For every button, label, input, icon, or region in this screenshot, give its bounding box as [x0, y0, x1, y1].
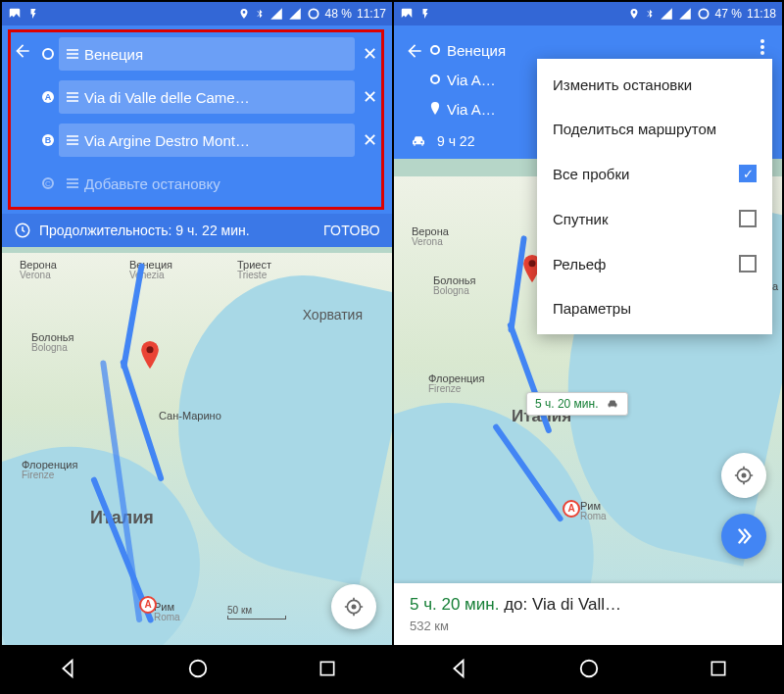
- mode-duration: 9 ч 22: [437, 133, 474, 149]
- svg-rect-3: [67, 53, 78, 55]
- stop-dot-a-icon: A: [37, 90, 59, 104]
- clock-icon: [14, 222, 31, 239]
- drag-handle-icon[interactable]: [67, 92, 78, 102]
- svg-rect-7: [67, 92, 78, 94]
- status-bar: 47 % 11:18: [394, 2, 782, 25]
- my-location-button[interactable]: [331, 584, 376, 629]
- image-icon: [8, 7, 22, 21]
- stop-row-b: B Via Argine Destro Mont… ✕: [37, 122, 384, 159]
- back-button[interactable]: [8, 35, 37, 61]
- drag-handle-icon: [67, 178, 78, 188]
- city-verona: ВеронаVerona: [412, 225, 449, 247]
- location-icon: [238, 7, 250, 21]
- car-icon[interactable]: [410, 133, 427, 149]
- signal-icon: [270, 7, 283, 21]
- menu-terrain-toggle[interactable]: Рельеф: [537, 241, 772, 286]
- done-button[interactable]: ГОТОВО: [323, 223, 380, 238]
- route-distance: 532 км: [410, 619, 766, 633]
- drag-handle-icon[interactable]: [67, 49, 78, 59]
- route-dest: до: Via di Vall…: [499, 595, 621, 614]
- svg-point-28: [699, 9, 708, 18]
- city-roma: РимRoma: [580, 500, 607, 521]
- map-scale: 50 км: [227, 605, 286, 620]
- overflow-menu: Изменить остановки Поделиться маршрутом …: [537, 59, 772, 334]
- clear-stop-button[interactable]: ✕: [355, 86, 384, 108]
- back-button[interactable]: [400, 35, 429, 124]
- svg-rect-2: [67, 49, 78, 51]
- country-croatia: Хорватия: [303, 307, 363, 322]
- stop-label: Via A…: [447, 72, 496, 88]
- svg-point-26: [190, 661, 207, 677]
- map-pin-a-icon[interactable]: A: [563, 500, 584, 529]
- signal-icon: [678, 7, 692, 21]
- svg-rect-40: [711, 662, 724, 674]
- stop-label: Via A…: [447, 101, 496, 118]
- menu-satellite-toggle[interactable]: Спутник: [537, 196, 772, 241]
- map-pin-icon[interactable]: [139, 341, 161, 371]
- svg-point-31: [760, 39, 764, 43]
- duration-bar: Продолжительность: 9 ч. 22 мин. ГОТОВО: [2, 214, 392, 247]
- route-time-bubble[interactable]: 5 ч. 20 мин.: [526, 392, 628, 416]
- svg-rect-8: [67, 96, 78, 98]
- menu-traffic-toggle[interactable]: Все пробки: [537, 151, 772, 196]
- menu-settings[interactable]: Параметры: [537, 286, 772, 330]
- add-stop-placeholder: Добавьте остановку: [84, 175, 220, 192]
- nav-home-icon[interactable]: [187, 658, 209, 679]
- svg-point-39: [581, 661, 598, 677]
- drag-handle-icon[interactable]: [67, 135, 78, 145]
- city-trieste: ТриестTrieste: [237, 259, 271, 280]
- map-canvas[interactable]: ВеронаVerona ВенецияVenezia ТриестTriest…: [2, 253, 392, 645]
- city-firenze: ФлоренцияFirenze: [428, 372, 484, 394]
- stop-dot-start-icon: [37, 47, 59, 61]
- data-ring-icon: [697, 7, 710, 21]
- checkbox-icon[interactable]: [739, 255, 757, 273]
- location-icon: [628, 7, 640, 21]
- menu-edit-stops[interactable]: Изменить остановки: [537, 63, 772, 107]
- nav-back-icon[interactable]: [57, 658, 78, 679]
- stop-label: Via Argine Destro Mont…: [84, 132, 250, 149]
- stop-dot-icon: [429, 74, 441, 85]
- stop-row-add[interactable]: C Добавьте остановку ✕: [37, 165, 384, 202]
- route-panel: Венеция ✕ A Via di Valle delle Came… ✕: [2, 25, 392, 247]
- stop-input-b[interactable]: Via Argine Destro Mont…: [59, 124, 355, 157]
- map-pin-a-icon[interactable]: A: [139, 596, 161, 625]
- nav-recent-icon[interactable]: [709, 659, 728, 678]
- my-location-button[interactable]: [721, 453, 766, 498]
- stop-dot-icon: [429, 44, 441, 56]
- clear-stop-button[interactable]: ✕: [355, 43, 384, 65]
- car-icon: [606, 398, 619, 410]
- route-summary-card[interactable]: 5 ч. 20 мин. до: Via di Vall… 532 км: [394, 583, 782, 645]
- checkbox-icon[interactable]: [739, 210, 757, 227]
- duration-text: Продолжительность: 9 ч. 22 мин.: [39, 223, 250, 238]
- svg-rect-12: [67, 135, 78, 137]
- city-verona: ВеронаVerona: [20, 259, 57, 280]
- stop-label: Венеция: [447, 42, 506, 59]
- svg-point-34: [528, 260, 535, 267]
- svg-point-29: [431, 46, 439, 54]
- svg-text:A: A: [45, 92, 52, 102]
- city-sanmarino: Сан-Марино: [159, 410, 221, 421]
- stop-input-a[interactable]: Via di Valle delle Came…: [59, 80, 355, 114]
- svg-text:C: C: [45, 179, 51, 188]
- svg-point-30: [431, 75, 439, 83]
- stop-input-start[interactable]: Венеция: [59, 37, 355, 71]
- svg-rect-19: [67, 186, 78, 188]
- svg-point-21: [146, 346, 153, 353]
- nav-back-icon[interactable]: [448, 658, 469, 679]
- svg-text:A: A: [567, 503, 574, 514]
- svg-rect-27: [321, 662, 334, 674]
- svg-point-33: [760, 51, 764, 55]
- signal-icon: [288, 7, 302, 21]
- svg-point-0: [309, 9, 318, 18]
- nav-recent-icon[interactable]: [318, 659, 337, 678]
- start-navigation-button[interactable]: [721, 514, 766, 559]
- add-stop-input[interactable]: Добавьте остановку: [59, 167, 355, 200]
- clear-stop-button[interactable]: ✕: [355, 129, 384, 151]
- menu-share-route[interactable]: Поделиться маршрутом: [537, 107, 772, 151]
- nav-home-icon[interactable]: [578, 658, 600, 679]
- checkbox-icon[interactable]: [739, 165, 757, 182]
- svg-text:B: B: [45, 135, 52, 145]
- stop-dot-b-icon: B: [37, 133, 59, 147]
- svg-point-24: [352, 605, 357, 610]
- battery-percent: 48 %: [325, 7, 352, 21]
